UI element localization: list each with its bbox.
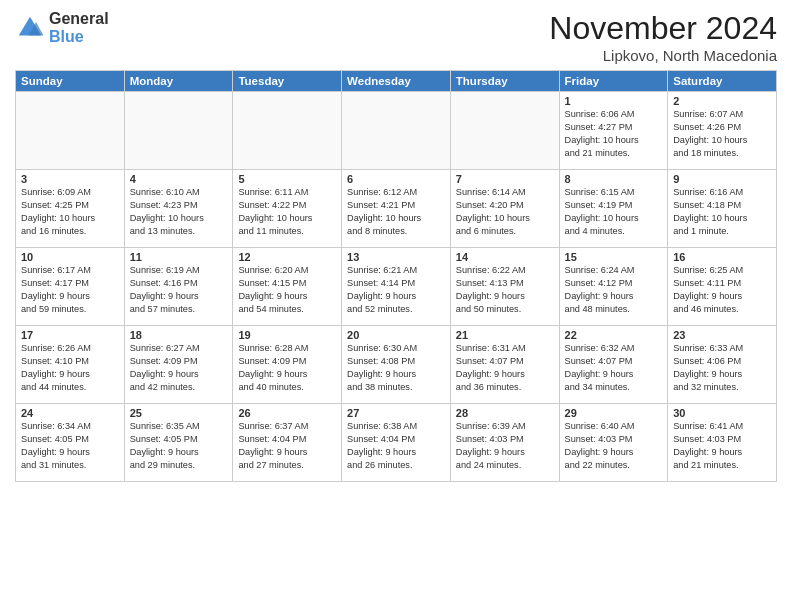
calendar-week-row: 17Sunrise: 6:26 AM Sunset: 4:10 PM Dayli… [16,326,777,404]
table-row: 19Sunrise: 6:28 AM Sunset: 4:09 PM Dayli… [233,326,342,404]
logo-blue-text: Blue [49,28,109,46]
day-number: 20 [347,329,445,341]
table-row: 1Sunrise: 6:06 AM Sunset: 4:27 PM Daylig… [559,92,668,170]
table-row: 30Sunrise: 6:41 AM Sunset: 4:03 PM Dayli… [668,404,777,482]
day-number: 28 [456,407,554,419]
table-row: 22Sunrise: 6:32 AM Sunset: 4:07 PM Dayli… [559,326,668,404]
page: General Blue November 2024 Lipkovo, Nort… [0,0,792,612]
day-info: Sunrise: 6:35 AM Sunset: 4:05 PM Dayligh… [130,420,228,472]
day-number: 3 [21,173,119,185]
day-number: 18 [130,329,228,341]
day-info: Sunrise: 6:27 AM Sunset: 4:09 PM Dayligh… [130,342,228,394]
calendar-week-row: 3Sunrise: 6:09 AM Sunset: 4:25 PM Daylig… [16,170,777,248]
table-row: 2Sunrise: 6:07 AM Sunset: 4:26 PM Daylig… [668,92,777,170]
day-number: 1 [565,95,663,107]
day-info: Sunrise: 6:06 AM Sunset: 4:27 PM Dayligh… [565,108,663,160]
day-number: 22 [565,329,663,341]
table-row: 6Sunrise: 6:12 AM Sunset: 4:21 PM Daylig… [342,170,451,248]
header-monday: Monday [124,71,233,92]
day-info: Sunrise: 6:14 AM Sunset: 4:20 PM Dayligh… [456,186,554,238]
table-row: 27Sunrise: 6:38 AM Sunset: 4:04 PM Dayli… [342,404,451,482]
day-info: Sunrise: 6:17 AM Sunset: 4:17 PM Dayligh… [21,264,119,316]
table-row [233,92,342,170]
table-row: 29Sunrise: 6:40 AM Sunset: 4:03 PM Dayli… [559,404,668,482]
day-number: 8 [565,173,663,185]
table-row: 14Sunrise: 6:22 AM Sunset: 4:13 PM Dayli… [450,248,559,326]
day-number: 29 [565,407,663,419]
day-number: 13 [347,251,445,263]
day-number: 10 [21,251,119,263]
table-row [16,92,125,170]
logo-icon [15,13,45,43]
day-number: 2 [673,95,771,107]
table-row: 5Sunrise: 6:11 AM Sunset: 4:22 PM Daylig… [233,170,342,248]
logo-text: General Blue [49,10,109,45]
table-row [450,92,559,170]
day-number: 7 [456,173,554,185]
table-row: 25Sunrise: 6:35 AM Sunset: 4:05 PM Dayli… [124,404,233,482]
day-info: Sunrise: 6:12 AM Sunset: 4:21 PM Dayligh… [347,186,445,238]
day-number: 27 [347,407,445,419]
header: General Blue November 2024 Lipkovo, Nort… [15,10,777,64]
day-info: Sunrise: 6:25 AM Sunset: 4:11 PM Dayligh… [673,264,771,316]
header-thursday: Thursday [450,71,559,92]
header-wednesday: Wednesday [342,71,451,92]
day-info: Sunrise: 6:30 AM Sunset: 4:08 PM Dayligh… [347,342,445,394]
calendar-table: Sunday Monday Tuesday Wednesday Thursday… [15,70,777,482]
location-subtitle: Lipkovo, North Macedonia [549,47,777,64]
day-info: Sunrise: 6:19 AM Sunset: 4:16 PM Dayligh… [130,264,228,316]
logo-general-text: General [49,10,109,28]
day-info: Sunrise: 6:38 AM Sunset: 4:04 PM Dayligh… [347,420,445,472]
day-info: Sunrise: 6:20 AM Sunset: 4:15 PM Dayligh… [238,264,336,316]
logo: General Blue [15,10,109,45]
table-row [342,92,451,170]
table-row: 10Sunrise: 6:17 AM Sunset: 4:17 PM Dayli… [16,248,125,326]
day-info: Sunrise: 6:15 AM Sunset: 4:19 PM Dayligh… [565,186,663,238]
table-row: 23Sunrise: 6:33 AM Sunset: 4:06 PM Dayli… [668,326,777,404]
day-info: Sunrise: 6:28 AM Sunset: 4:09 PM Dayligh… [238,342,336,394]
day-info: Sunrise: 6:37 AM Sunset: 4:04 PM Dayligh… [238,420,336,472]
table-row: 11Sunrise: 6:19 AM Sunset: 4:16 PM Dayli… [124,248,233,326]
header-sunday: Sunday [16,71,125,92]
header-friday: Friday [559,71,668,92]
day-number: 16 [673,251,771,263]
day-info: Sunrise: 6:21 AM Sunset: 4:14 PM Dayligh… [347,264,445,316]
table-row: 7Sunrise: 6:14 AM Sunset: 4:20 PM Daylig… [450,170,559,248]
day-number: 21 [456,329,554,341]
day-number: 6 [347,173,445,185]
table-row: 18Sunrise: 6:27 AM Sunset: 4:09 PM Dayli… [124,326,233,404]
day-info: Sunrise: 6:33 AM Sunset: 4:06 PM Dayligh… [673,342,771,394]
day-info: Sunrise: 6:39 AM Sunset: 4:03 PM Dayligh… [456,420,554,472]
table-row: 3Sunrise: 6:09 AM Sunset: 4:25 PM Daylig… [16,170,125,248]
calendar-header-row: Sunday Monday Tuesday Wednesday Thursday… [16,71,777,92]
day-number: 5 [238,173,336,185]
day-info: Sunrise: 6:22 AM Sunset: 4:13 PM Dayligh… [456,264,554,316]
calendar-week-row: 24Sunrise: 6:34 AM Sunset: 4:05 PM Dayli… [16,404,777,482]
day-number: 26 [238,407,336,419]
table-row: 8Sunrise: 6:15 AM Sunset: 4:19 PM Daylig… [559,170,668,248]
day-info: Sunrise: 6:10 AM Sunset: 4:23 PM Dayligh… [130,186,228,238]
table-row: 9Sunrise: 6:16 AM Sunset: 4:18 PM Daylig… [668,170,777,248]
title-block: November 2024 Lipkovo, North Macedonia [549,10,777,64]
table-row: 24Sunrise: 6:34 AM Sunset: 4:05 PM Dayli… [16,404,125,482]
day-number: 25 [130,407,228,419]
table-row: 17Sunrise: 6:26 AM Sunset: 4:10 PM Dayli… [16,326,125,404]
header-tuesday: Tuesday [233,71,342,92]
day-info: Sunrise: 6:40 AM Sunset: 4:03 PM Dayligh… [565,420,663,472]
table-row: 4Sunrise: 6:10 AM Sunset: 4:23 PM Daylig… [124,170,233,248]
table-row: 16Sunrise: 6:25 AM Sunset: 4:11 PM Dayli… [668,248,777,326]
table-row [124,92,233,170]
calendar-week-row: 10Sunrise: 6:17 AM Sunset: 4:17 PM Dayli… [16,248,777,326]
day-number: 14 [456,251,554,263]
table-row: 28Sunrise: 6:39 AM Sunset: 4:03 PM Dayli… [450,404,559,482]
day-info: Sunrise: 6:24 AM Sunset: 4:12 PM Dayligh… [565,264,663,316]
day-number: 9 [673,173,771,185]
day-number: 30 [673,407,771,419]
day-info: Sunrise: 6:16 AM Sunset: 4:18 PM Dayligh… [673,186,771,238]
header-saturday: Saturday [668,71,777,92]
day-number: 12 [238,251,336,263]
calendar-week-row: 1Sunrise: 6:06 AM Sunset: 4:27 PM Daylig… [16,92,777,170]
day-number: 11 [130,251,228,263]
month-title: November 2024 [549,10,777,47]
day-info: Sunrise: 6:26 AM Sunset: 4:10 PM Dayligh… [21,342,119,394]
